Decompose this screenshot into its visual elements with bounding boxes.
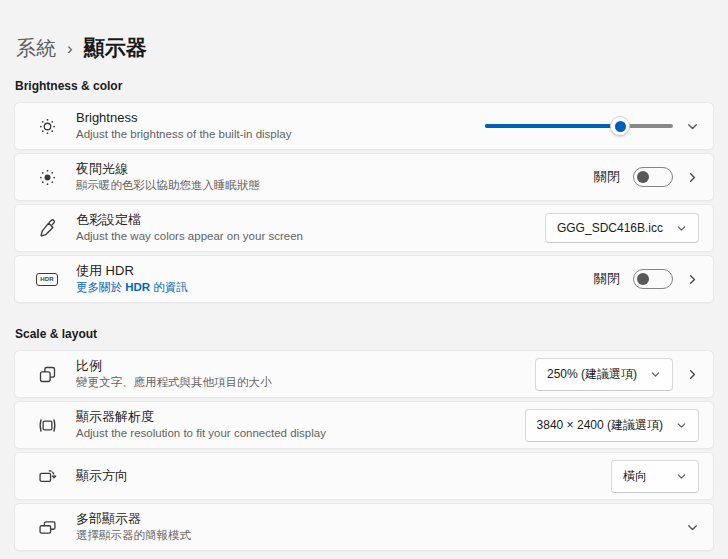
color-profile-dropdown[interactable]: GGG_SDC416B.icc bbox=[545, 213, 699, 243]
hdr-badge-icon: HDR bbox=[35, 273, 59, 286]
hdr-toggle-label: 關閉 bbox=[594, 270, 620, 288]
hdr-title: 使用 HDR bbox=[76, 264, 594, 278]
resolution-text: 顯示器解析度 Adjust the resolution to fit your… bbox=[76, 410, 525, 440]
scale-icon bbox=[35, 364, 59, 385]
night-light-title: 夜間光線 bbox=[76, 162, 594, 176]
brightness-sun-icon bbox=[35, 116, 59, 137]
resolution-subtitle: Adjust the resolution to fit your connec… bbox=[76, 427, 525, 440]
color-profile-title: 色彩設定檔 bbox=[76, 213, 545, 227]
hdr-chevron-right-icon bbox=[686, 273, 699, 286]
color-profile-dropdown-chevron-down-icon bbox=[676, 223, 687, 234]
hdr-learn-more-link[interactable]: 更多關於 HDR 的資訊 bbox=[76, 281, 594, 294]
orientation-dropdown-value: 橫向 bbox=[623, 468, 647, 485]
brightness-expand-chevron-down-icon[interactable] bbox=[686, 120, 699, 133]
section-header-scale-layout: Scale & layout bbox=[15, 327, 714, 341]
hdr-toggle-knob bbox=[637, 273, 649, 285]
multiple-displays-icon bbox=[35, 517, 59, 538]
orientation-title: 顯示方向 bbox=[76, 469, 611, 483]
scale-dropdown-chevron-down-icon bbox=[650, 369, 661, 380]
color-profile-row: 色彩設定檔 Adjust the way colors appear on yo… bbox=[14, 204, 714, 252]
night-light-text: 夜間光線 顯示暖的色彩以協助您進入睡眠狀態 bbox=[76, 162, 594, 192]
section-header-brightness-color: Brightness & color bbox=[15, 79, 714, 93]
night-light-chevron-right-icon bbox=[686, 171, 699, 184]
brightness-row: Brightness Adjust the brightness of the … bbox=[14, 102, 714, 150]
orientation-dropdown-chevron-down-icon bbox=[676, 471, 687, 482]
night-light-toggle-label: 關閉 bbox=[594, 168, 620, 186]
multiple-displays-title: 多部顯示器 bbox=[76, 512, 686, 526]
color-profile-subtitle: Adjust the way colors appear on your scr… bbox=[76, 230, 545, 243]
color-profile-text: 色彩設定檔 Adjust the way colors appear on yo… bbox=[76, 213, 545, 243]
hdr-toggle[interactable] bbox=[633, 269, 673, 289]
scale-row[interactable]: 比例 變更文字、應用程式與其他項目的大小 250% (建議選項) bbox=[14, 350, 714, 398]
brightness-slider-thumb-dot bbox=[615, 121, 626, 132]
night-light-toggle[interactable] bbox=[633, 167, 673, 187]
night-light-row[interactable]: 夜間光線 顯示暖的色彩以協助您進入睡眠狀態 關閉 bbox=[14, 153, 714, 201]
resolution-title: 顯示器解析度 bbox=[76, 410, 525, 424]
page-title: 顯示器 bbox=[84, 34, 147, 62]
resolution-dropdown-chevron-down-icon bbox=[676, 420, 687, 431]
resolution-dropdown[interactable]: 3840 × 2400 (建議選項) bbox=[525, 409, 699, 442]
color-profile-eyedropper-icon bbox=[35, 218, 59, 239]
scale-dropdown[interactable]: 250% (建議選項) bbox=[535, 358, 673, 391]
hdr-text: 使用 HDR 更多關於 HDR 的資訊 bbox=[76, 264, 594, 294]
display-settings-page: 系統 › 顯示器 Brightness & color Brightness A… bbox=[0, 0, 728, 551]
multiple-displays-expand-chevron-down-icon[interactable] bbox=[686, 521, 699, 534]
hdr-row[interactable]: HDR 使用 HDR 更多關於 HDR 的資訊 關閉 bbox=[14, 255, 714, 303]
orientation-text: 顯示方向 bbox=[76, 469, 611, 483]
breadcrumb-separator-icon: › bbox=[67, 38, 73, 59]
scale-text: 比例 變更文字、應用程式與其他項目的大小 bbox=[76, 359, 535, 389]
scale-chevron-right-icon bbox=[686, 368, 699, 381]
orientation-dropdown[interactable]: 橫向 bbox=[611, 460, 699, 493]
brightness-title: Brightness bbox=[76, 111, 485, 125]
scale-title: 比例 bbox=[76, 359, 535, 373]
brightness-text: Brightness Adjust the brightness of the … bbox=[76, 111, 485, 141]
brightness-slider-fill bbox=[485, 124, 620, 128]
breadcrumb: 系統 › 顯示器 bbox=[14, 0, 714, 62]
resolution-dropdown-value: 3840 × 2400 (建議選項) bbox=[537, 417, 663, 434]
brightness-slider[interactable] bbox=[485, 116, 673, 136]
multiple-displays-row[interactable]: 多部顯示器 選擇顯示器的簡報模式 bbox=[14, 503, 714, 551]
multiple-displays-subtitle: 選擇顯示器的簡報模式 bbox=[76, 529, 686, 542]
resolution-row: 顯示器解析度 Adjust the resolution to fit your… bbox=[14, 401, 714, 449]
night-light-toggle-knob bbox=[637, 171, 649, 183]
breadcrumb-system-link[interactable]: 系統 bbox=[16, 35, 56, 62]
night-light-subtitle: 顯示暖的色彩以協助您進入睡眠狀態 bbox=[76, 179, 594, 192]
resolution-icon bbox=[35, 415, 59, 436]
scale-dropdown-value: 250% (建議選項) bbox=[547, 366, 637, 383]
orientation-row: 顯示方向 橫向 bbox=[14, 452, 714, 500]
multiple-displays-text: 多部顯示器 選擇顯示器的簡報模式 bbox=[76, 512, 686, 542]
orientation-rotate-icon bbox=[35, 466, 59, 487]
brightness-subtitle: Adjust the brightness of the built-in di… bbox=[76, 128, 485, 141]
scale-subtitle: 變更文字、應用程式與其他項目的大小 bbox=[76, 376, 535, 389]
night-light-icon bbox=[35, 167, 59, 188]
color-profile-dropdown-value: GGG_SDC416B.icc bbox=[557, 221, 663, 235]
brightness-slider-thumb[interactable] bbox=[610, 116, 630, 136]
